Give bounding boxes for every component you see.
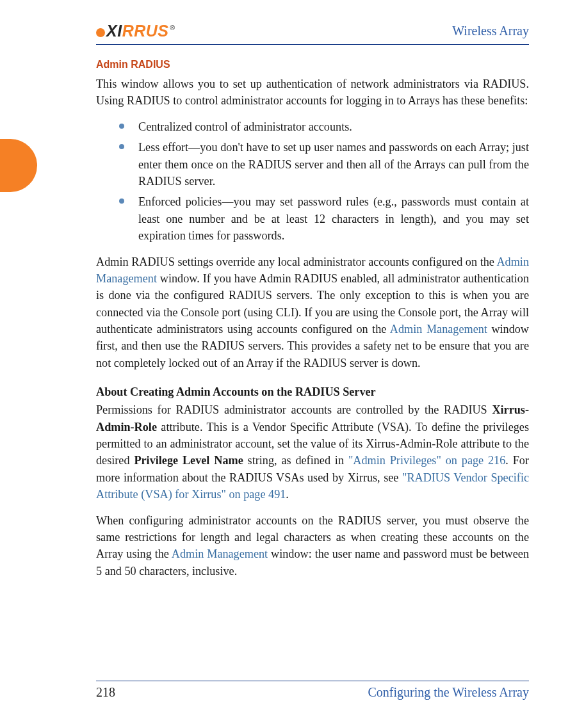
page-number: 218 — [96, 685, 115, 700]
text-fragment: Permissions for RADIUS administrator acc… — [96, 403, 492, 416]
page-header: X I RRUS ® Wireless Array — [96, 22, 529, 45]
admin-management-link[interactable]: Admin Management — [172, 547, 268, 560]
intro-paragraph: This window allows you to set up authent… — [96, 76, 529, 109]
header-product-title: Wireless Array — [452, 24, 529, 38]
sub-heading: About Creating Admin Accounts on the RAD… — [96, 385, 529, 399]
list-item: Centralized control of administrator acc… — [119, 118, 529, 135]
logo-text-rrus: RRUS — [122, 22, 169, 40]
text-fragment: . — [286, 488, 289, 501]
admin-management-link[interactable]: Admin Management — [390, 323, 487, 336]
radius-attribute-paragraph: Permissions for RADIUS administrator acc… — [96, 401, 529, 503]
logo-text-i: I — [117, 22, 122, 40]
footer-section-title: Configuring the Wireless Array — [368, 685, 529, 700]
logo-text-x: X — [106, 22, 117, 40]
document-page: X I RRUS ® Wireless Array Admin RADIUS T… — [0, 0, 577, 728]
brand-logo: X I RRUS ® — [96, 22, 174, 40]
benefits-list: Centralized control of administrator acc… — [119, 118, 529, 245]
page-footer: 218 Configuring the Wireless Array — [96, 681, 529, 700]
list-item: Less effort—you don't have to set up use… — [119, 139, 529, 190]
override-paragraph: Admin RADIUS settings override any local… — [96, 254, 529, 372]
admin-privileges-link[interactable]: "Admin Privileges" on page 216 — [348, 454, 505, 467]
text-fragment: string, as defined in — [243, 454, 348, 467]
text-fragment: Admin RADIUS settings override any local… — [96, 255, 496, 268]
restrictions-paragraph: When configuring administrator accounts … — [96, 512, 529, 580]
list-item: Enforced policies—you may set password r… — [119, 193, 529, 244]
registered-mark-icon: ® — [170, 24, 175, 31]
section-heading: Admin RADIUS — [96, 59, 529, 70]
logo-dot-icon — [96, 28, 105, 37]
privilege-level-name: Privilege Level Name — [134, 454, 243, 467]
